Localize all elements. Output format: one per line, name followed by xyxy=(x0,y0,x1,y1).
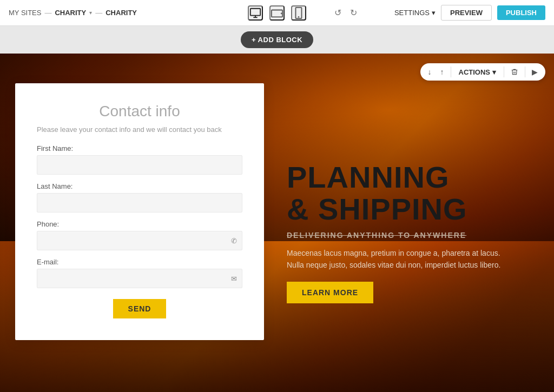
device-switcher xyxy=(248,5,306,21)
mail-icon: ✉ xyxy=(231,275,237,283)
phone-icon: ✆ xyxy=(231,237,237,245)
first-name-input-wrap xyxy=(37,155,242,175)
svg-point-6 xyxy=(299,16,299,17)
breadcrumb-sep-2: — xyxy=(95,9,102,17)
phone-label: Phone: xyxy=(37,220,242,228)
block-actions-toolbar: ↓ ↑ ACTIONS ▾ ▶ xyxy=(420,63,546,81)
first-name-input[interactable] xyxy=(37,155,242,175)
hero-subtitle: DELIVERING ANYTHING TO ANYWHERE xyxy=(287,231,536,240)
history-controls: ↺ ↻ xyxy=(332,5,359,20)
undo-button[interactable]: ↺ xyxy=(332,5,344,20)
tablet-portrait-button[interactable] xyxy=(291,5,306,21)
toolbar-divider-3 xyxy=(525,67,525,77)
learn-more-button[interactable]: LEARN MORE xyxy=(287,282,373,303)
last-name-field-group: Last Name: xyxy=(37,182,242,212)
toolbar-divider-2 xyxy=(504,67,504,77)
more-options-button[interactable]: ▶ xyxy=(529,65,541,78)
breadcrumb-charity-1[interactable]: CHARITY xyxy=(55,9,86,17)
svg-rect-0 xyxy=(250,8,260,15)
redo-button[interactable]: ↻ xyxy=(348,5,359,20)
move-down-button[interactable]: ↓ xyxy=(425,65,435,78)
last-name-input-wrap xyxy=(37,193,242,212)
add-block-button[interactable]: + ADD BLOCK xyxy=(241,31,313,48)
breadcrumb-trail: MY SITES — CHARITY ▾ — CHARITY xyxy=(9,9,137,17)
hero-title: PLANNING & SHIPPING xyxy=(287,162,536,225)
contact-form-card: Contact info Please leave your contact i… xyxy=(15,83,264,340)
settings-button[interactable]: SETTINGS ▾ xyxy=(394,9,436,17)
main-canvas: ↓ ↑ ACTIONS ▾ ▶ PLANNING & SHIPPING DELI… xyxy=(0,54,554,392)
my-sites-link[interactable]: MY SITES xyxy=(9,9,41,17)
top-navigation: MY SITES — CHARITY ▾ — CHARITY xyxy=(0,0,554,26)
contact-form-subtitle: Please leave your contact info and we wi… xyxy=(37,125,242,134)
phone-input-wrap: ✆ xyxy=(37,231,242,250)
first-name-field-group: First Name: xyxy=(37,144,242,175)
toolbar-divider xyxy=(451,67,451,77)
last-name-label: Last Name: xyxy=(37,182,242,190)
desktop-device-button[interactable] xyxy=(248,5,263,21)
delete-block-button[interactable] xyxy=(507,66,522,78)
hero-description: Maecenas lacus magna, pretium in congue … xyxy=(287,247,503,271)
breadcrumb-sep-1: — xyxy=(44,9,51,17)
charity-dropdown-arrow[interactable]: ▾ xyxy=(89,10,92,16)
first-name-label: First Name: xyxy=(37,144,242,152)
email-input-wrap: ✉ xyxy=(37,269,242,288)
email-label: E-mail: xyxy=(37,258,242,266)
svg-point-4 xyxy=(281,13,282,14)
contact-form-title: Contact info xyxy=(37,103,242,120)
breadcrumb-charity-2[interactable]: CHARITY xyxy=(105,9,137,17)
preview-button[interactable]: PREVIEW xyxy=(441,5,492,21)
email-field-group: E-mail: ✉ xyxy=(37,258,242,288)
move-up-button[interactable]: ↑ xyxy=(437,65,447,78)
hero-section: PLANNING & SHIPPING DELIVERING ANYTHING … xyxy=(287,162,536,303)
actions-dropdown-button[interactable]: ACTIONS ▾ xyxy=(454,66,501,78)
phone-input[interactable] xyxy=(37,231,242,250)
publish-button[interactable]: PUBLISH xyxy=(497,5,545,20)
send-button[interactable]: SEND xyxy=(113,299,167,318)
add-block-bar: + ADD BLOCK xyxy=(0,26,554,54)
last-name-input[interactable] xyxy=(37,193,242,212)
tablet-landscape-button[interactable] xyxy=(269,5,285,21)
email-input[interactable] xyxy=(37,269,242,288)
nav-right-actions: SETTINGS ▾ PREVIEW PUBLISH xyxy=(394,5,545,21)
phone-field-group: Phone: ✆ xyxy=(37,220,242,250)
